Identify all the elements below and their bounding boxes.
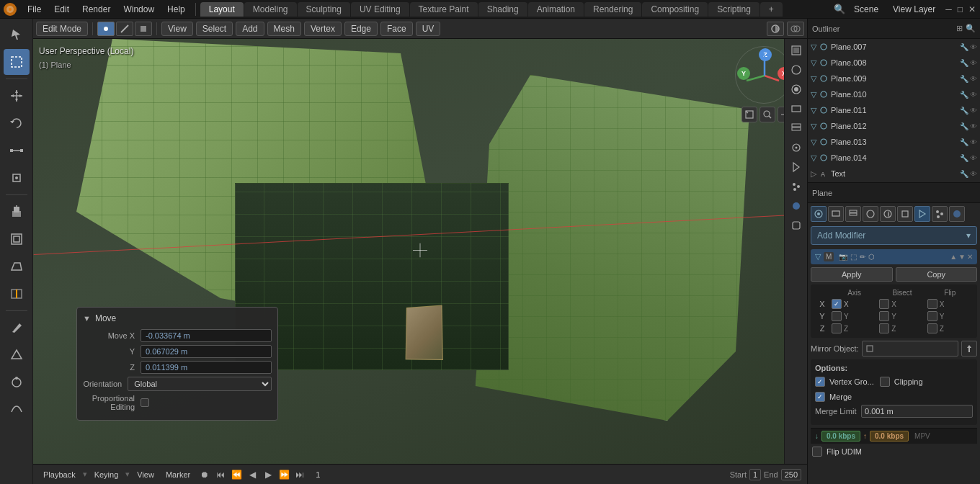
menu-help[interactable]: Help	[161, 3, 191, 16]
modifier-camera-icon[interactable]: 📷	[838, 252, 848, 261]
vertex-menu[interactable]: Vertex	[304, 22, 342, 36]
plane010-wrench-icon[interactable]: 🔧	[960, 91, 968, 99]
edge-menu[interactable]: Edge	[344, 22, 378, 36]
axis-x-checkbox[interactable]: ✓	[832, 299, 842, 309]
mesh-menu[interactable]: Mesh	[267, 22, 301, 36]
bisect-y-checkbox[interactable]	[879, 311, 889, 321]
render-properties-icon[interactable]	[788, 81, 805, 98]
plane011-wrench-icon[interactable]: 🔧	[960, 107, 968, 115]
viewport-shading-icon[interactable]	[767, 22, 784, 36]
flip-y-checkbox[interactable]	[927, 311, 937, 321]
perspective-toggle-btn[interactable]	[741, 107, 757, 122]
scale-tool-btn[interactable]	[4, 138, 30, 163]
menu-file[interactable]: File	[22, 3, 47, 16]
tab-uv-editing[interactable]: UV Editing	[351, 2, 409, 17]
face-menu[interactable]: Face	[380, 22, 413, 36]
proportional-checkbox[interactable]	[141, 398, 149, 407]
modifier-render-icon[interactable]: ⬚	[850, 252, 858, 261]
plane007-eye-icon[interactable]: 👁	[970, 43, 977, 51]
poly-build-tool-btn[interactable]	[4, 342, 30, 368]
play-reverse-btn[interactable]: ◀	[245, 467, 259, 482]
plane008-eye-icon[interactable]: 👁	[970, 59, 977, 67]
object-props-btn[interactable]	[897, 206, 913, 222]
mode-selector[interactable]: Edit Mode	[36, 22, 88, 36]
loop-cut-tool-btn[interactable]	[4, 281, 30, 307]
keying-menu[interactable]: Keying	[90, 469, 123, 480]
copy-btn[interactable]: Copy	[896, 267, 978, 282]
move-y-value[interactable]: 0.067029 m	[141, 345, 272, 358]
record-btn[interactable]: ⏺	[197, 467, 212, 482]
merge-limit-value[interactable]: 0.001 m	[861, 405, 973, 418]
add-menu[interactable]: Add	[236, 22, 264, 36]
axis-z-checkbox[interactable]	[832, 323, 842, 333]
window-minimize-icon[interactable]: ─	[944, 3, 953, 16]
tab-shading[interactable]: Shading	[478, 2, 527, 17]
outliner-item-2[interactable]: ▽ Plane.009 🔧 👁	[808, 71, 980, 86]
window-close-icon[interactable]: ✕	[967, 3, 977, 16]
playback-menu[interactable]: Playback	[39, 469, 80, 480]
menu-window[interactable]: Window	[117, 3, 160, 16]
mirror-object-field[interactable]	[862, 341, 958, 357]
mirror-object-picker-btn[interactable]	[961, 341, 977, 357]
outliner-item-1[interactable]: ▽ Plane.008 🔧 👁	[808, 55, 980, 71]
bisect-x-checkbox[interactable]	[879, 299, 889, 309]
scene-properties-icon[interactable]	[788, 139, 805, 156]
outliner-item-text[interactable]: ▷ A Text 🔧 👁	[808, 166, 980, 182]
plane012-wrench-icon[interactable]: 🔧	[960, 122, 968, 130]
plane009-eye-icon[interactable]: 👁	[970, 75, 977, 83]
plane012-eye-icon[interactable]: 👁	[970, 122, 977, 130]
modifier-close-icon[interactable]: ✕	[967, 253, 973, 261]
current-frame-display[interactable]: 1	[310, 470, 326, 479]
bevel-tool-btn[interactable]	[4, 254, 30, 279]
end-frame[interactable]: 250	[781, 469, 801, 480]
smooth-tool-btn[interactable]	[4, 397, 30, 423]
world-props-btn[interactable]	[880, 206, 896, 222]
tab-modeling[interactable]: Modeling	[244, 2, 297, 17]
view-layer-icon[interactable]	[788, 120, 805, 137]
flip-udim-checkbox[interactable]	[812, 447, 822, 457]
plane014-wrench-icon[interactable]: 🔧	[960, 154, 968, 162]
tab-layout[interactable]: Layout	[200, 2, 244, 17]
physics-props-btn[interactable]	[949, 206, 965, 222]
orientation-dropdown[interactable]: Global Local Normal	[128, 377, 272, 391]
flip-x-checkbox[interactable]	[927, 299, 937, 309]
scene-props-btn[interactable]	[863, 206, 878, 222]
transform-tool-btn[interactable]	[4, 165, 30, 191]
outliner-item-5[interactable]: ▽ Plane.012 🔧 👁	[808, 118, 980, 134]
render-props-btn[interactable]	[811, 206, 827, 222]
modifier-up-icon[interactable]: ▲	[950, 253, 957, 261]
outliner-item-0[interactable]: ▽ Plane.007 🔧 👁	[808, 39, 980, 55]
outliner-item-6[interactable]: ▽ Plane.013 🔧 👁	[808, 134, 980, 150]
plane013-wrench-icon[interactable]: 🔧	[960, 138, 968, 146]
jump-end-btn[interactable]: ⏭	[293, 467, 307, 482]
search-icon[interactable]: 🔍	[834, 4, 845, 14]
object-properties-icon[interactable]	[788, 42, 805, 59]
start-frame[interactable]: 1	[749, 469, 761, 480]
text-eye-icon[interactable]: 👁	[970, 170, 977, 178]
plane007-wrench-icon[interactable]: 🔧	[960, 43, 968, 51]
uv-menu[interactable]: UV	[416, 22, 441, 36]
move-x-value[interactable]: -0.033674 m	[141, 329, 272, 342]
vertex-select-icon[interactable]	[97, 22, 115, 36]
select-box-tool-btn[interactable]	[4, 49, 30, 75]
outliner-filter-icon[interactable]: ⊞	[956, 24, 963, 33]
text-wrench-icon[interactable]: 🔧	[960, 170, 968, 178]
merge-checkbox[interactable]: ✓	[815, 392, 825, 402]
add-modifier-btn[interactable]: Add Modifier ▾	[811, 226, 977, 245]
plane009-wrench-icon[interactable]: 🔧	[960, 75, 968, 83]
face-select-icon[interactable]	[135, 22, 152, 36]
next-frame-btn[interactable]: ⏩	[277, 467, 291, 482]
window-maximize-icon[interactable]: □	[956, 3, 964, 16]
tab-animation[interactable]: Animation	[528, 2, 584, 17]
play-btn[interactable]: ▶	[261, 467, 275, 482]
view-menu-bottom[interactable]: View	[133, 469, 159, 480]
particle-props-btn[interactable]	[932, 206, 948, 222]
axis-y-checkbox[interactable]	[832, 311, 842, 321]
constraints-icon[interactable]	[788, 217, 805, 234]
particle-icon[interactable]	[788, 178, 805, 195]
prev-frame-btn[interactable]: ⏪	[229, 467, 244, 482]
tab-texture-paint[interactable]: Texture Paint	[410, 2, 478, 17]
outliner-item-3[interactable]: ▽ Plane.010 🔧 👁	[808, 86, 980, 102]
modifier-cage-icon[interactable]: ⬡	[868, 252, 876, 261]
view-menu[interactable]: View	[161, 22, 193, 36]
